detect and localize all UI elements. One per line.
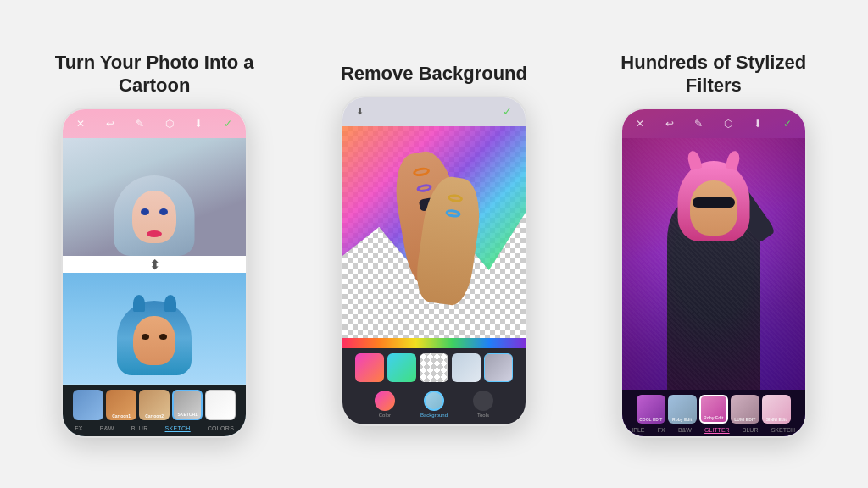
tab-sketch-1[interactable]: SKETCH	[165, 425, 191, 431]
divider-1	[303, 75, 303, 413]
card-remove-bg: Remove Background ⬇ ✓	[341, 62, 527, 426]
tools-circle-icon[interactable]	[473, 391, 493, 411]
phone1-content: ⬍	[63, 138, 246, 385]
phone2-bottom: Color Background Tools	[342, 348, 526, 424]
tab-fx-1[interactable]: FX	[75, 425, 83, 431]
tab-bw-1[interactable]: B&W	[100, 425, 114, 431]
tool-tools[interactable]: Tools	[473, 391, 493, 418]
phone3-content	[622, 138, 805, 390]
cartoon-divider: ⬍	[63, 256, 246, 273]
tool-color[interactable]: Color	[375, 391, 395, 418]
tab-iple[interactable]: IPLE	[632, 427, 644, 433]
divider-arrow-icon: ⬍	[149, 257, 160, 273]
undo-icon-3[interactable]: ↩	[662, 116, 677, 131]
download-icon-2[interactable]: ⬇	[353, 104, 368, 119]
f3-thumb-3-active[interactable]: Roby Edit	[699, 395, 728, 424]
tab-glitter[interactable]: GLITTER	[704, 427, 730, 433]
cartoon-image	[63, 138, 246, 257]
draw-icon-1[interactable]: ✎	[132, 116, 147, 131]
download-icon-3[interactable]: ⬇	[750, 116, 765, 131]
check-icon-3[interactable]: ✓	[780, 116, 795, 131]
filter-thumbnails-1: Cartoon1 Cartoon2 SKETCH1	[66, 390, 242, 420]
tab-fx-3[interactable]: FX	[658, 427, 665, 433]
share-icon-1[interactable]: ⬡	[162, 116, 177, 131]
tool-color-label: Color	[379, 413, 391, 418]
tab-blur-1[interactable]: BLUR	[131, 425, 148, 431]
download-icon-1[interactable]: ⬇	[191, 116, 206, 131]
ring-orange	[412, 166, 430, 177]
phone-frame-2: ⬇ ✓	[341, 96, 527, 426]
tab-sketch-3[interactable]: SKETCH	[771, 427, 795, 433]
draw-icon-3[interactable]: ✎	[691, 116, 706, 131]
f3-thumb-5[interactable]: SINNI Edit	[762, 395, 791, 424]
card-filters: Hundreds of Stylized Filters ✕ ↩ ✎ ⬡ ⬇ ✓	[604, 51, 824, 438]
color-strip	[342, 338, 526, 348]
share-icon-3[interactable]: ⬡	[721, 116, 736, 131]
f3-thumb-4[interactable]: LUMI EDIT	[731, 395, 760, 424]
phone3-bottom: COOL EDIT Roby Edit Roby Edit LUMI EDIT	[622, 390, 805, 436]
bg-thumb-transparent[interactable]	[420, 353, 448, 382]
bg-thumb-gradient2[interactable]	[387, 353, 416, 382]
phone1-bg: ✕ ↩ ✎ ⬡ ⬇ ✓	[63, 109, 246, 436]
card-cartoon: Turn Your Photo Into a Cartoon ✕ ↩ ✎ ⬡ ⬇…	[44, 51, 264, 438]
card3-title: Hundreds of Stylized Filters	[604, 51, 824, 97]
phone3-toolbar: ✕ ↩ ✎ ⬡ ⬇ ✓	[622, 109, 805, 138]
divider-2	[565, 75, 565, 413]
close-icon-1[interactable]: ✕	[73, 116, 88, 131]
bg-thumb-solid[interactable]	[452, 353, 481, 382]
main-container: Turn Your Photo Into a Cartoon ✕ ↩ ✎ ⬡ ⬇…	[0, 0, 868, 488]
hands-shape	[383, 152, 485, 321]
bg-circle-icon[interactable]	[424, 391, 444, 411]
phone1-toolbar: ✕ ↩ ✎ ⬡ ⬇ ✓	[63, 109, 246, 138]
tab-colors-1[interactable]: COLORS	[208, 425, 234, 431]
filter-thumb-fx[interactable]	[73, 390, 103, 420]
undo-icon-1[interactable]: ↩	[103, 116, 118, 131]
tool-bg-label: Background	[420, 413, 448, 418]
bg-thumbnails	[349, 353, 519, 382]
f3-thumb-2[interactable]: Roby Edit	[668, 395, 697, 424]
phone2-bg: ⬇ ✓	[342, 97, 526, 424]
close-icon-3[interactable]: ✕	[632, 116, 648, 131]
bottom-icons-row: Color Background Tools	[349, 387, 519, 419]
tab-blur-3[interactable]: BLUR	[743, 427, 759, 433]
filter3-tabs: IPLE FX B&W GLITTER BLUR SKETCH	[626, 427, 802, 433]
tool-background[interactable]: Background	[420, 391, 448, 418]
original-photo	[63, 273, 246, 384]
filter-tabs-1: FX B&W BLUR SKETCH COLORS	[66, 424, 242, 433]
tool-tools-label: Tools	[477, 413, 489, 418]
phone-frame-3: ✕ ↩ ✎ ⬡ ⬇ ✓	[620, 108, 807, 438]
filter-thumb-outline[interactable]	[205, 390, 236, 420]
phone-frame-1: ✕ ↩ ✎ ⬡ ⬇ ✓	[61, 108, 248, 438]
card2-title: Remove Background	[341, 62, 527, 86]
filter-thumb-cartoon2[interactable]: Cartoon2	[139, 390, 170, 420]
bg-thumb-selected[interactable]	[484, 353, 513, 382]
phone2-content	[342, 126, 526, 348]
card1-title: Turn Your Photo Into a Cartoon	[44, 51, 264, 97]
phone2-toolbar: ⬇ ✓	[342, 97, 526, 126]
check-icon-1[interactable]: ✓	[220, 116, 236, 131]
color-circle-icon[interactable]	[375, 391, 395, 411]
phone3-bg: ✕ ↩ ✎ ⬡ ⬇ ✓	[622, 109, 805, 436]
bg-thumb-gradient1[interactable]	[355, 353, 384, 382]
hands-image	[375, 143, 493, 330]
check-icon-2[interactable]: ✓	[500, 104, 515, 119]
filter-thumb-cartoon1[interactable]: Cartoon1	[106, 390, 136, 420]
filter-thumb-sketch1[interactable]: SKETCH1	[172, 390, 203, 420]
phone1-bottom: Cartoon1 Cartoon2 SKETCH1 FX	[63, 385, 246, 436]
f3-thumb-1[interactable]: COOL EDIT	[637, 395, 665, 424]
tab-bw-3[interactable]: B&W	[678, 427, 692, 433]
filter3-thumbnails: COOL EDIT Roby Edit Roby Edit LUMI EDIT	[626, 395, 802, 424]
